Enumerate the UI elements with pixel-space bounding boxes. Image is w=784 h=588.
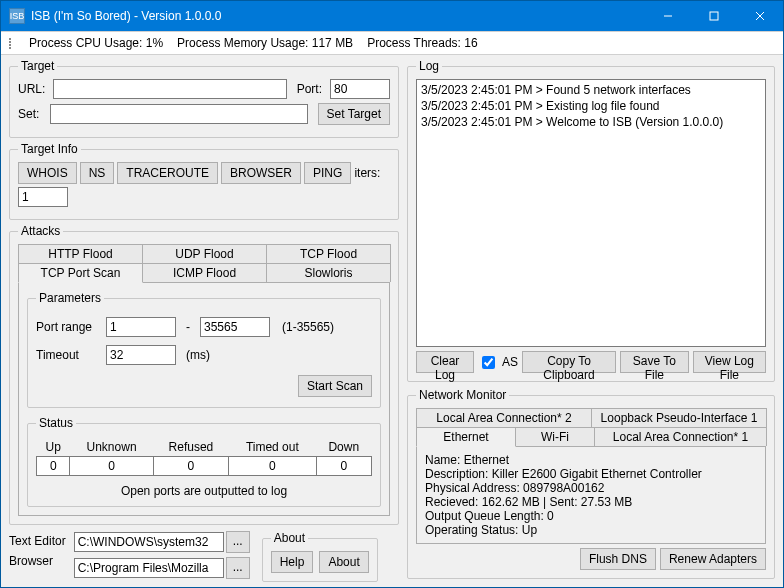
status-bar: Process CPU Usage: 1% Process Memory Usa…: [1, 31, 783, 55]
tab-lac2[interactable]: Local Area Connection* 2: [416, 408, 592, 427]
status-refused: 0: [153, 457, 229, 476]
tab-udp-flood[interactable]: UDP Flood: [142, 244, 267, 263]
set-label: Set:: [18, 107, 42, 121]
status-group: Status Up Unknown Refused Timed out Down: [27, 416, 381, 507]
text-editor-input[interactable]: [74, 532, 224, 552]
view-log-file-button[interactable]: View Log File: [693, 351, 766, 373]
help-button[interactable]: Help: [271, 551, 314, 573]
log-legend: Log: [416, 59, 442, 73]
clear-log-button[interactable]: Clear Log: [416, 351, 474, 373]
log-group: Log 3/5/2023 2:45:01 PM > Found 5 networ…: [407, 59, 775, 382]
content-area: Target URL: Port: Set: Set Target Target…: [1, 55, 783, 587]
status-header-timedout: Timed out: [229, 438, 316, 457]
attack-tabpanel: Parameters Port range - (1-35565) Timeou…: [18, 282, 390, 516]
status-threads: Process Threads: 16: [367, 36, 478, 50]
url-label: URL:: [18, 82, 45, 96]
timeout-input[interactable]: [106, 345, 176, 365]
status-header-refused: Refused: [153, 438, 229, 457]
nm-physical-address: Physical Address: 089798A00162: [425, 481, 757, 495]
tab-tcp-flood[interactable]: TCP Flood: [266, 244, 391, 263]
port-label: Port:: [297, 82, 322, 96]
attacks-group: Attacks HTTP Flood UDP Flood TCP Flood T…: [9, 224, 399, 525]
port-range-hint: (1-35565): [282, 320, 334, 334]
target-info-group: Target Info WHOIS NS TRACEROUTE BROWSER …: [9, 142, 399, 220]
svg-rect-1: [710, 12, 718, 20]
tab-icmp-flood[interactable]: ICMP Flood: [142, 263, 267, 282]
tab-lac1[interactable]: Local Area Connection* 1: [594, 427, 767, 446]
parameters-legend: Parameters: [36, 291, 104, 305]
port-range-label: Port range: [36, 320, 102, 334]
browser-path-label: Browser: [9, 554, 66, 568]
browser-browse-button[interactable]: ...: [226, 557, 250, 579]
timeout-unit: (ms): [186, 348, 210, 362]
status-down: 0: [316, 457, 371, 476]
status-cpu: Process CPU Usage: 1%: [29, 36, 163, 50]
attack-tabs: HTTP Flood UDP Flood TCP Flood TCP Port …: [18, 244, 390, 516]
parameters-group: Parameters Port range - (1-35565) Timeou…: [27, 291, 381, 408]
minimize-button[interactable]: [645, 1, 691, 31]
port-range-dash: -: [180, 320, 196, 334]
app-icon: ISB: [9, 8, 25, 24]
target-group: Target URL: Port: Set: Set Target: [9, 59, 399, 138]
log-line: 3/5/2023 2:45:01 PM > Existing log file …: [421, 98, 761, 114]
status-legend: Status: [36, 416, 76, 430]
timeout-label: Timeout: [36, 348, 102, 362]
nm-description: Description: Killer E2600 Gigabit Ethern…: [425, 467, 757, 481]
port-input[interactable]: [330, 79, 390, 99]
log-textarea[interactable]: 3/5/2023 2:45:01 PM > Found 5 network in…: [416, 79, 766, 347]
browser-button[interactable]: BROWSER: [221, 162, 301, 184]
network-monitor-legend: Network Monitor: [416, 388, 509, 402]
bottom-row: Text Editor Browser ... ... About: [9, 531, 399, 582]
close-button[interactable]: [737, 1, 783, 31]
network-monitor-panel: Name: Ethernet Description: Killer E2600…: [416, 446, 766, 544]
iters-label: iters:: [354, 166, 380, 180]
maximize-button[interactable]: [691, 1, 737, 31]
text-editor-label: Text Editor: [9, 534, 66, 548]
status-memory: Process Memory Usage: 117 MB: [177, 36, 353, 50]
network-monitor-group: Network Monitor Local Area Connection* 2…: [407, 388, 775, 579]
nm-name: Name: Ethernet: [425, 453, 757, 467]
save-to-file-button[interactable]: Save To File: [620, 351, 689, 373]
status-up: 0: [37, 457, 70, 476]
status-table: Up Unknown Refused Timed out Down 0 0 0: [36, 438, 372, 476]
url-input[interactable]: [53, 79, 286, 99]
whois-button[interactable]: WHOIS: [18, 162, 77, 184]
tab-tcp-port-scan[interactable]: TCP Port Scan: [18, 263, 143, 283]
status-header-unknown: Unknown: [70, 438, 153, 457]
left-column: Target URL: Port: Set: Set Target Target…: [9, 59, 399, 579]
port-from-input[interactable]: [106, 317, 176, 337]
set-target-button[interactable]: Set Target: [318, 103, 390, 125]
nm-rx-tx: Recieved: 162.62 MB | Sent: 27.53 MB: [425, 495, 757, 509]
app-window: ISB ISB (I'm So Bored) - Version 1.0.0.0…: [0, 0, 784, 588]
tab-ethernet[interactable]: Ethernet: [416, 427, 516, 447]
ping-button[interactable]: PING: [304, 162, 351, 184]
titlebar: ISB ISB (I'm So Bored) - Version 1.0.0.0: [1, 1, 783, 31]
tab-wifi[interactable]: Wi-Fi: [515, 427, 595, 446]
autoscroll-checkbox[interactable]: [482, 356, 495, 369]
status-timedout: 0: [229, 457, 316, 476]
renew-adapters-button[interactable]: Renew Adapters: [660, 548, 766, 570]
target-legend: Target: [18, 59, 57, 73]
text-editor-browse-button[interactable]: ...: [226, 531, 250, 553]
nm-output-queue: Output Queue Length: 0: [425, 509, 757, 523]
toolbar-grip: [9, 38, 13, 49]
set-input[interactable]: [50, 104, 308, 124]
about-button[interactable]: About: [319, 551, 368, 573]
attacks-legend: Attacks: [18, 224, 63, 238]
copy-clipboard-button[interactable]: Copy To Clipboard: [522, 351, 616, 373]
right-column: Log 3/5/2023 2:45:01 PM > Found 5 networ…: [407, 59, 775, 579]
port-to-input[interactable]: [200, 317, 270, 337]
start-scan-button[interactable]: Start Scan: [298, 375, 372, 397]
traceroute-button[interactable]: TRACEROUTE: [117, 162, 218, 184]
flush-dns-button[interactable]: Flush DNS: [580, 548, 656, 570]
ns-button[interactable]: NS: [80, 162, 115, 184]
about-legend: About: [271, 531, 308, 545]
autoscroll-label: AS: [502, 355, 518, 369]
iters-input[interactable]: [18, 187, 68, 207]
browser-path-input[interactable]: [74, 558, 224, 578]
tab-loopback[interactable]: Loopback Pseudo-Interface 1: [591, 408, 767, 427]
tab-http-flood[interactable]: HTTP Flood: [18, 244, 143, 263]
status-unknown: 0: [70, 457, 153, 476]
window-title: ISB (I'm So Bored) - Version 1.0.0.0: [31, 9, 645, 23]
tab-slowloris[interactable]: Slowloris: [266, 263, 391, 282]
